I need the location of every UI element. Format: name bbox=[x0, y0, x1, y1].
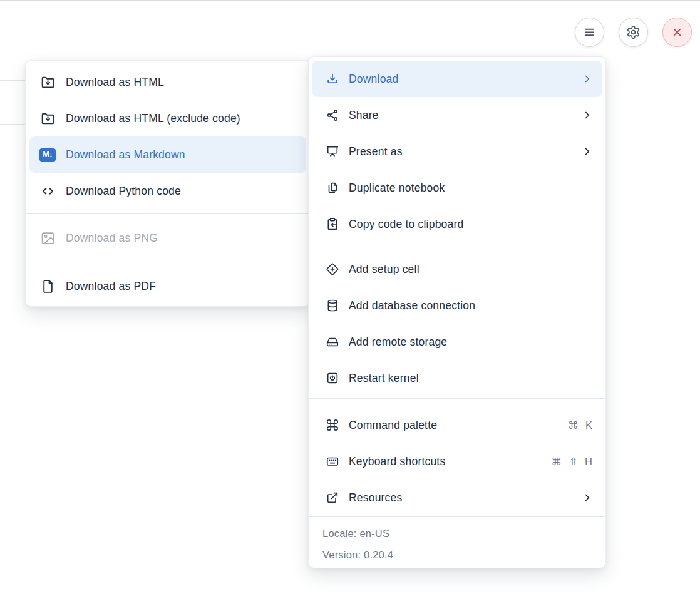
menu-item-label: Copy code to clipboard bbox=[349, 218, 593, 231]
menu-item-restart-kernel[interactable]: Restart kernel bbox=[309, 360, 605, 396]
menu-item-duplicate-notebook[interactable]: Duplicate notebook bbox=[309, 170, 605, 206]
menu-item-add-remote-storage[interactable]: Add remote storage bbox=[309, 324, 605, 360]
keyboard-icon bbox=[325, 454, 339, 468]
menu-item-resources[interactable]: Resources bbox=[309, 480, 605, 516]
command-icon bbox=[325, 418, 339, 432]
shortcut-hint: ⌘ ⇧ H bbox=[552, 456, 593, 468]
menu-item-download-as-html-exclude-code[interactable]: Download as HTML (exclude code) bbox=[26, 100, 310, 136]
folder-download-icon bbox=[39, 111, 56, 126]
menu-item-label: Keyboard shortcuts bbox=[349, 455, 542, 468]
hamburger-icon bbox=[582, 25, 597, 39]
menu-footer: Locale: en-US Version: 0.20.4 bbox=[309, 517, 605, 569]
chevron-right-icon bbox=[582, 146, 593, 157]
locale-text: Locale: en-US bbox=[322, 523, 605, 544]
external-link-icon bbox=[325, 491, 339, 505]
power-icon bbox=[325, 371, 339, 385]
menu-item-label: Restart kernel bbox=[349, 372, 593, 385]
menu-item-label: Add remote storage bbox=[349, 336, 593, 349]
menu-item-download-as-markdown[interactable]: M↓ Download as Markdown bbox=[29, 136, 306, 173]
menu-item-label: Add setup cell bbox=[349, 263, 593, 276]
settings-button[interactable] bbox=[619, 18, 648, 47]
menu-item-add-setup-cell[interactable]: Add setup cell bbox=[309, 251, 605, 287]
folder-download-icon bbox=[39, 74, 56, 90]
menu-item-label: Download as PDF bbox=[66, 280, 300, 293]
notebook-menu: Download Share Present as Duplicate note… bbox=[308, 56, 606, 568]
code-icon bbox=[39, 183, 56, 199]
menu-item-label: Resources bbox=[349, 491, 572, 505]
menu-item-share[interactable]: Share bbox=[309, 97, 605, 133]
menu-item-download-as-html[interactable]: Download as HTML bbox=[26, 64, 310, 100]
menu-item-label: Command palette bbox=[349, 419, 558, 432]
presentation-icon bbox=[325, 145, 339, 158]
clipboard-copy-icon bbox=[325, 217, 339, 231]
menu-item-present-as[interactable]: Present as bbox=[309, 133, 605, 170]
download-icon bbox=[325, 72, 339, 86]
gear-icon bbox=[626, 25, 641, 39]
menu-item-label: Download as Markdown bbox=[66, 148, 296, 162]
menu-item-add-database-connection[interactable]: Add database connection bbox=[309, 287, 605, 324]
chevron-right-icon bbox=[582, 492, 593, 503]
notebook-toolbar bbox=[575, 18, 692, 47]
menu-item-copy-code-to-clipboard[interactable]: Copy code to clipboard bbox=[309, 206, 605, 242]
menu-item-download-as-pdf[interactable]: Download as PDF bbox=[26, 267, 310, 305]
page-top-border bbox=[0, 0, 700, 1]
duplicate-icon bbox=[325, 181, 339, 195]
close-icon bbox=[671, 26, 684, 39]
menu-item-command-palette[interactable]: Command palette ⌘ K bbox=[309, 407, 605, 443]
markdown-download-icon: M↓ bbox=[39, 148, 56, 162]
image-icon bbox=[39, 230, 56, 246]
shortcut-hint: ⌘ K bbox=[568, 419, 593, 431]
menu-divider bbox=[26, 262, 310, 262]
hard-drive-icon bbox=[325, 335, 339, 349]
menu-divider bbox=[309, 398, 605, 399]
download-submenu: Download as HTML Download as HTML (exclu… bbox=[25, 60, 311, 307]
database-icon bbox=[325, 299, 339, 312]
menu-divider bbox=[309, 245, 605, 245]
menu-item-download[interactable]: Download bbox=[312, 61, 602, 97]
menu-item-label: Download Python code bbox=[66, 185, 300, 198]
menu-item-download-python-code[interactable]: Download Python code bbox=[26, 173, 310, 209]
menu-item-label: Download as HTML bbox=[66, 76, 300, 89]
menu-item-download-as-png: Download as PNG bbox=[26, 218, 310, 257]
menu-item-label: Download as PNG bbox=[66, 232, 300, 245]
menu-item-label: Share bbox=[349, 109, 572, 122]
menu-item-keyboard-shortcuts[interactable]: Keyboard shortcuts ⌘ ⇧ H bbox=[309, 443, 605, 480]
menu-button[interactable] bbox=[575, 18, 604, 47]
menu-item-label: Duplicate notebook bbox=[349, 182, 593, 195]
background-divider bbox=[0, 80, 25, 81]
background-divider bbox=[0, 124, 25, 125]
file-icon bbox=[39, 279, 56, 294]
menu-item-label: Present as bbox=[349, 145, 572, 158]
chevron-right-icon bbox=[582, 110, 593, 121]
menu-item-label: Add database connection bbox=[349, 299, 593, 312]
chevron-right-icon bbox=[582, 73, 593, 85]
close-button[interactable] bbox=[662, 18, 692, 47]
version-text: Version: 0.20.4 bbox=[322, 544, 605, 565]
menu-item-label: Download as HTML (exclude code) bbox=[66, 112, 300, 125]
share-icon bbox=[325, 108, 339, 122]
menu-divider bbox=[26, 213, 310, 214]
menu-item-label: Download bbox=[349, 73, 572, 86]
diamond-plus-icon bbox=[325, 262, 339, 276]
